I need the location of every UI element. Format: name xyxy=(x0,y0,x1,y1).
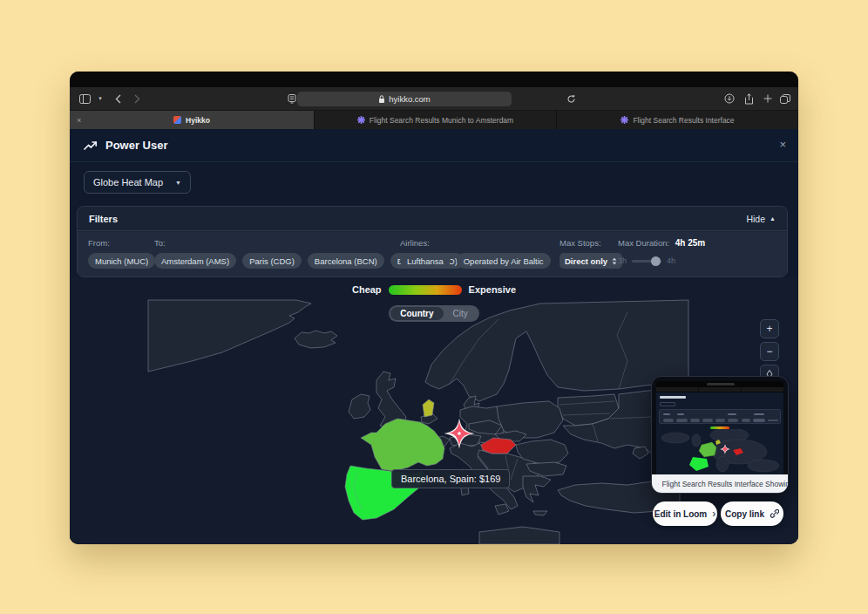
airline-chip[interactable]: Lufthansa xyxy=(400,253,451,269)
airlines-filter-group: Airlines: Lufthansa Operated by Air Balt… xyxy=(400,238,557,269)
tab-label: Flight Search Results Munich to Amsterda… xyxy=(370,116,513,125)
zoom-out-button[interactable]: − xyxy=(760,342,779,361)
duration-min-label: 3h xyxy=(618,256,627,265)
max-stops-group: Max Stops: Direct only xyxy=(559,238,622,269)
tab-overview-icon[interactable] xyxy=(777,92,793,106)
country-netherlands[interactable] xyxy=(423,399,434,417)
max-duration-value: 4h 25m xyxy=(675,238,705,248)
max-duration-label: Max Duration: 4h 25m xyxy=(618,238,705,248)
country-france[interactable] xyxy=(361,419,444,471)
trending-up-icon xyxy=(84,140,98,152)
window-titlebar xyxy=(70,72,798,87)
mini-map xyxy=(656,429,783,475)
loom-flower-icon xyxy=(620,116,628,124)
tab-flight-results-munich[interactable]: Flight Search Results Munich to Amsterda… xyxy=(314,111,556,129)
chevron-down-icon[interactable]: ▾ xyxy=(92,92,108,106)
hyikko-favicon xyxy=(173,116,181,124)
share-icon[interactable] xyxy=(741,92,756,106)
hide-filters-button[interactable]: Hide ▲ xyxy=(746,214,776,224)
max-stops-select[interactable]: Direct only xyxy=(559,253,622,269)
close-icon[interactable]: × xyxy=(779,139,786,150)
tab-hyikko[interactable]: × Hyikko xyxy=(70,111,314,129)
page-title: Power User xyxy=(84,139,168,152)
link-icon xyxy=(770,509,779,519)
island-crete[interactable] xyxy=(533,511,547,515)
select-arrows-icon xyxy=(612,257,617,265)
country-greece[interactable] xyxy=(523,476,551,502)
reload-icon[interactable] xyxy=(563,92,579,106)
price-gradient-bar xyxy=(389,285,462,295)
map-tooltip: Barcelona, Spain: $169 xyxy=(391,469,510,488)
forward-icon[interactable] xyxy=(129,92,145,106)
chevron-up-icon: ▲ xyxy=(770,215,776,222)
video-caption-text: Flight Search Results Interface Showin xyxy=(662,480,789,488)
back-icon[interactable] xyxy=(110,92,125,106)
video-preview-overlay[interactable]: Flight Search Results Interface Showin xyxy=(651,376,789,494)
granularity-toggle-row: Country City xyxy=(70,305,798,322)
tab-close-icon[interactable]: × xyxy=(77,116,81,125)
country-ireland[interactable] xyxy=(349,394,370,419)
chevron-right-icon: › xyxy=(712,508,715,520)
tab-flight-results-interface[interactable]: Flight Search Results Interface xyxy=(556,111,798,129)
duration-slider[interactable] xyxy=(632,260,661,263)
legend-cheap-label: Cheap xyxy=(352,284,382,295)
tab-bar: × Hyikko Flight Search Results Munich to… xyxy=(70,111,798,129)
lock-icon xyxy=(378,95,385,104)
filters-title: Filters xyxy=(89,214,118,224)
chevron-down-icon: ▼ xyxy=(175,180,181,186)
view-mode-dropdown[interactable]: Globe Heat Map ▼ xyxy=(84,171,191,194)
filters-body: From: Munich (MUC) To: Amsterdam (AMS) P… xyxy=(78,232,787,277)
sidebar-toggle-icon[interactable] xyxy=(77,92,92,106)
to-chip[interactable]: Paris (CDG) xyxy=(242,253,302,269)
downloads-icon[interactable] xyxy=(722,92,737,106)
page-header: Power User × xyxy=(70,129,798,162)
browser-window: ▾ hyikko.com xyxy=(70,72,798,544)
from-chip[interactable]: Munich (MUC) xyxy=(88,253,155,269)
duration-max-label: 4h xyxy=(667,256,675,265)
address-bar[interactable]: hyikko.com xyxy=(297,92,512,106)
country-iceland[interactable] xyxy=(295,331,337,348)
coast-africa[interactable] xyxy=(479,527,559,544)
edit-in-loom-button[interactable]: Edit in Loom › xyxy=(653,501,717,526)
copy-link-button[interactable]: Copy link xyxy=(721,501,783,526)
new-tab-icon[interactable] xyxy=(760,92,776,106)
tab-label: Flight Search Results Interface xyxy=(633,116,734,125)
toggle-country[interactable]: Country xyxy=(390,307,443,320)
browser-toolbar: ▾ hyikko.com xyxy=(70,87,798,111)
granularity-toggle: Country City xyxy=(389,305,479,322)
from-filter-group: From: Munich (MUC) xyxy=(88,238,155,269)
country-crimea[interactable] xyxy=(633,447,648,459)
airlines-label: Airlines: xyxy=(400,238,557,248)
toggle-city[interactable]: City xyxy=(444,307,478,320)
legend-expensive-label: Expensive xyxy=(469,284,516,295)
loom-flower-icon xyxy=(658,479,659,489)
max-duration-group: Max Duration: 4h 25m 3h 4h xyxy=(618,238,705,269)
price-legend: Cheap Expensive xyxy=(70,284,798,295)
page-content: Power User × Globe Heat Map ▼ Filters Hi… xyxy=(70,129,798,544)
filters-header: Filters Hide ▲ xyxy=(78,207,787,231)
filters-panel: Filters Hide ▲ From: Munich (MUC) To: Am… xyxy=(77,206,788,277)
slider-thumb[interactable] xyxy=(651,256,661,266)
loom-flower-icon xyxy=(357,116,365,124)
from-label: From: xyxy=(88,238,155,248)
video-preview-frame xyxy=(656,381,783,475)
url-text: hyikko.com xyxy=(389,94,431,104)
airline-chip[interactable]: Operated by Air Baltic xyxy=(457,253,551,269)
tab-label: Hyikko xyxy=(186,116,210,125)
to-chip[interactable]: Amsterdam (AMS) xyxy=(154,253,236,269)
video-caption: Flight Search Results Interface Showin xyxy=(652,474,789,493)
zoom-in-button[interactable]: + xyxy=(760,319,779,338)
max-stops-label: Max Stops: xyxy=(559,238,622,248)
island-sicily[interactable] xyxy=(495,504,509,515)
to-chip[interactable]: Barcelona (BCN) xyxy=(308,253,384,269)
